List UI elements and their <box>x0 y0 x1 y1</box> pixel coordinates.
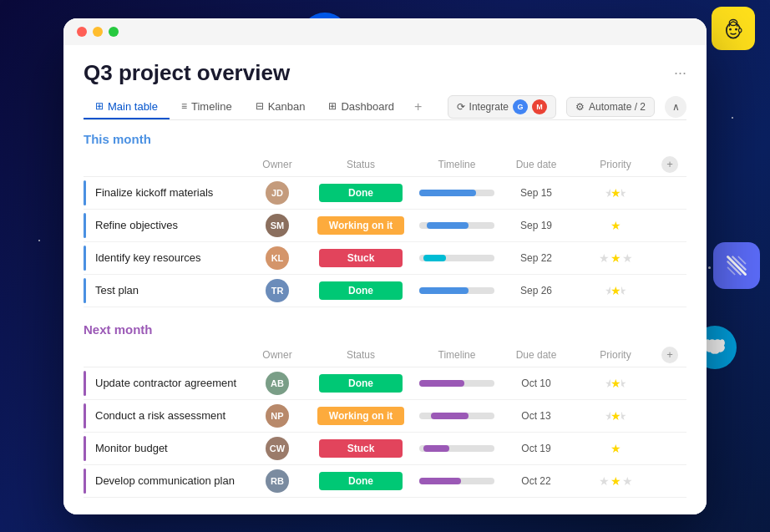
status-cell: Done <box>311 184 411 202</box>
timeline-bar <box>419 190 476 196</box>
task-name: Test plan <box>84 284 244 296</box>
star-filled: ★ <box>610 251 621 265</box>
status-cell: Working on it <box>311 216 411 235</box>
avatar: KL <box>266 246 289 270</box>
add-column-button[interactable]: + <box>661 156 678 173</box>
timeline-cell <box>411 413 503 419</box>
row-indicator <box>84 180 86 205</box>
add-col-header: + <box>661 156 686 173</box>
due-date: Oct 19 <box>503 443 570 454</box>
window-content: Q3 project overview ··· ⊞ Main table ≡ T… <box>63 45 707 514</box>
add-col-header2: + <box>661 347 686 363</box>
collapse-button[interactable]: ∧ <box>665 96 686 118</box>
more-options-button[interactable]: ··· <box>674 64 686 82</box>
page-title: Q3 project overview <box>84 60 290 86</box>
timeline-icon: ≡ <box>181 100 187 112</box>
timeline-cell <box>411 255 503 261</box>
star-filled: ★ <box>610 442 621 455</box>
tab-actions: ⟳ Integrate G M ⚙ Automate / 2 ∧ <box>448 95 686 119</box>
timeline-cell <box>411 190 503 196</box>
status-col-header: Status <box>311 159 411 170</box>
owner-col-header: Owner <box>244 159 311 170</box>
star-filled: ★ <box>610 284 621 297</box>
status-badge: Done <box>319 374 403 393</box>
task-name: Identify key resources <box>84 251 244 264</box>
table-row[interactable]: Conduct a risk assessment NP Working on … <box>84 400 686 433</box>
task-name: Refine objectives <box>84 219 244 231</box>
tab-kanban[interactable]: ⊟ Kanban <box>244 95 317 119</box>
status-badge: Done <box>319 472 403 490</box>
timeline-bar <box>419 287 469 294</box>
integrate-button[interactable]: ⟳ Integrate G M <box>448 95 556 119</box>
due-date: Sep 22 <box>503 252 570 264</box>
priority-cell: ★★★★★ <box>570 377 661 390</box>
avatar: SM <box>266 214 289 237</box>
this-month-rows: Finalize kickoff materials JD Done Sep 1… <box>84 177 686 307</box>
owner-cell: NP <box>244 404 311 428</box>
status-badge: Working on it <box>317 407 404 425</box>
timeline-bar-container <box>419 478 494 484</box>
timeline-bar-container <box>419 190 494 196</box>
avatar: AB <box>266 372 289 395</box>
star-filled: ★ <box>610 474 621 488</box>
tab-timeline[interactable]: ≡ Timeline <box>170 95 244 119</box>
star-filled: ★ <box>610 186 621 200</box>
owner-col-header2: Owner <box>244 349 311 361</box>
kanban-icon: ⊟ <box>256 100 264 112</box>
timeline-bar-container <box>419 287 494 294</box>
add-tab-button[interactable]: + <box>406 94 430 119</box>
table-row[interactable]: Test plan TR Done Sep 26 ★★★★★ <box>84 275 686 307</box>
minimize-dot[interactable] <box>93 27 103 37</box>
table-row[interactable]: Identify key resources KL Stuck Sep 22 ★… <box>84 242 686 275</box>
dashboard-icon: ⊞ <box>328 100 337 112</box>
next-month-title: Next month <box>84 322 686 337</box>
table-row[interactable]: Monitor budget CW Stuck Oct 19 ★★★★★ <box>84 433 686 465</box>
sync-icon: ⟳ <box>457 101 465 113</box>
task-name: Develop communication plan <box>84 474 244 487</box>
timeline-bar-container <box>419 445 494 452</box>
timeline-cell <box>411 287 503 294</box>
owner-cell: JD <box>244 181 311 205</box>
task-name: Finalize kickoff materials <box>84 186 244 199</box>
star-empty: ★ <box>599 474 610 488</box>
star-filled: ★ <box>610 409 621 423</box>
tab-dashboard[interactable]: ⊞ Dashboard <box>317 95 406 119</box>
table-row[interactable]: Update contractor agreement AB Done Oct … <box>84 367 686 400</box>
status-badge: Done <box>319 184 403 202</box>
maximize-dot[interactable] <box>109 27 119 37</box>
star-empty: ★ <box>622 251 633 265</box>
duedate-col-header: Due date <box>503 159 570 170</box>
automate-button[interactable]: ⚙ Automate / 2 <box>566 97 655 117</box>
task-name: Update contractor agreement <box>84 377 244 389</box>
add-column-button2[interactable]: + <box>661 347 678 363</box>
status-cell: Stuck <box>311 249 411 267</box>
status-cell: Working on it <box>311 407 411 425</box>
priority-col-header: Priority <box>570 159 661 170</box>
due-date: Sep 26 <box>503 285 570 296</box>
timeline-bar-container <box>419 413 494 419</box>
timeline-bar <box>431 413 469 419</box>
close-dot[interactable] <box>77 27 87 37</box>
timeline-bar <box>419 380 464 387</box>
owner-cell: SM <box>244 214 311 237</box>
row-indicator <box>84 403 86 428</box>
duedate-col-header2: Due date <box>503 349 570 361</box>
due-date: Sep 19 <box>503 220 570 231</box>
priority-cell: ★★★★★ <box>570 251 661 265</box>
avatar: JD <box>266 181 289 205</box>
owner-cell: TR <box>244 279 311 302</box>
avatar: CW <box>266 437 289 460</box>
timeline-col-header2: Timeline <box>411 349 503 361</box>
task-name: Conduct a risk assessment <box>84 409 244 422</box>
tab-main-table[interactable]: ⊞ Main table <box>84 95 170 119</box>
star-empty: ★ <box>599 251 610 265</box>
timeline-bar <box>423 255 446 261</box>
table-row[interactable]: Refine objectives SM Working on it Sep 1… <box>84 210 686 242</box>
timeline-bar-container <box>419 380 494 387</box>
table-row[interactable]: Finalize kickoff materials JD Done Sep 1… <box>84 177 686 210</box>
avatar-gm: M <box>532 99 547 114</box>
timeline-col-header: Timeline <box>411 159 503 170</box>
avatar: NP <box>266 404 289 428</box>
timeline-bar <box>419 478 461 484</box>
table-row[interactable]: Develop communication plan RB Done Oct 2… <box>84 465 686 498</box>
